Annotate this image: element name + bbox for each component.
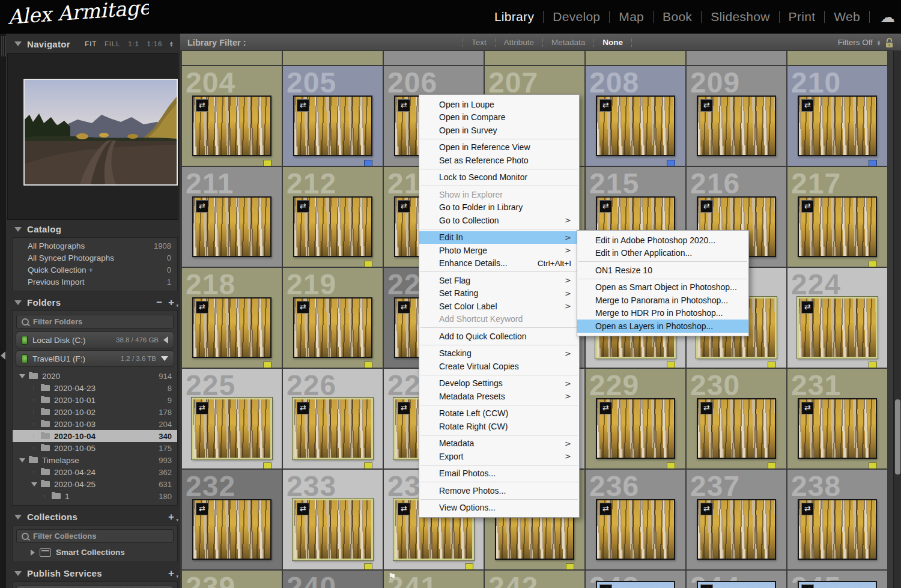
grid-cell-236[interactable]: 236⇄ — [586, 470, 685, 569]
menu-item-rotate-right-cw[interactable]: Rotate Right (CW) — [419, 420, 579, 433]
folder-row-2020-04-23[interactable]: ⁞2020-04-238 — [13, 382, 177, 394]
photo-thumbnail[interactable]: ⇄ — [293, 95, 372, 156]
module-develop[interactable]: Develop — [550, 10, 602, 24]
menu-item-go-to-collection[interactable]: Go to Collection> — [419, 214, 579, 227]
photo-thumbnail[interactable]: ⇄ — [798, 95, 877, 156]
photo-thumbnail[interactable]: ⇄ — [596, 581, 675, 588]
grid-cell-226[interactable]: 226⇄ — [283, 369, 383, 468]
menu-item-open-in-compare[interactable]: Open in Compare — [419, 111, 579, 124]
catalog-item-all-photographs[interactable]: All Photographs1908 — [13, 240, 177, 252]
photo-badge-icon[interactable]: ⇄ — [196, 99, 208, 112]
menu-item-set-flag[interactable]: Set Flag> — [419, 274, 579, 287]
menu-item-email-photos[interactable]: Email Photos... — [419, 467, 579, 480]
grid-cell-245[interactable]: 245⇄ — [787, 571, 887, 588]
module-book[interactable]: Book — [660, 10, 694, 24]
grid-cell[interactable] — [485, 51, 584, 65]
grid-cell-208[interactable]: 208⇄ — [586, 66, 685, 166]
lock-open-icon[interactable] — [885, 37, 894, 48]
color-label-chip-yellow[interactable] — [263, 362, 272, 368]
grid-cell-240[interactable]: 240 — [283, 571, 383, 588]
photo-badge-icon[interactable]: ⇄ — [700, 402, 713, 414]
photo-thumbnail[interactable]: ⇄ — [596, 95, 675, 156]
photo-badge-icon[interactable]: ⇄ — [196, 200, 208, 213]
grid-cell[interactable] — [384, 51, 484, 65]
menu-item-stacking[interactable]: Stacking> — [419, 347, 579, 360]
menu-item-view-options[interactable]: View Options... — [419, 502, 579, 515]
photo-badge-icon[interactable]: ⇄ — [297, 503, 309, 515]
menu-item-merge-to-hdr-pro-in-photoshop[interactable]: Merge to HDR Pro in Photoshop... — [577, 307, 748, 320]
photo-thumbnail[interactable]: ⇄ — [192, 499, 272, 560]
grid-cell-232[interactable]: 232⇄ — [182, 470, 282, 569]
folder-row-2020-10-04[interactable]: ⁞2020-10-04340 — [13, 430, 177, 442]
folder-row-2020-10-01[interactable]: ⁞2020-10-019 — [13, 394, 177, 406]
photo-badge-icon[interactable]: ⇄ — [801, 503, 814, 515]
photo-badge-icon[interactable]: ⇄ — [398, 200, 410, 213]
folder-row-2020-04-24[interactable]: ⁞2020-04-24362 — [13, 466, 177, 478]
menu-item-open-in-loupe[interactable]: Open in Loupe — [419, 98, 579, 111]
photo-badge-icon[interactable]: ⇄ — [297, 402, 309, 414]
folder-row-2020-10-03[interactable]: ⁞2020-10-03204 — [13, 418, 177, 430]
photo-badge-icon[interactable]: ⇄ — [801, 301, 814, 314]
photo-thumbnail[interactable]: ⇄ — [596, 398, 675, 459]
expanded-triangle-icon[interactable] — [29, 482, 38, 486]
photo-badge-icon[interactable]: ⇄ — [297, 301, 309, 314]
photo-badge-icon[interactable]: ⇄ — [398, 402, 410, 414]
grid-cell-210[interactable]: 210⇄ — [787, 66, 887, 166]
photo-thumbnail[interactable]: ⇄ — [697, 499, 776, 560]
menu-item-export[interactable]: Export> — [419, 450, 579, 463]
grid-cell-233[interactable]: 233⇄ — [283, 470, 383, 569]
publish-service-hard-drive[interactable]: Hard Drive Set Up… — [16, 586, 174, 588]
publish-services-header[interactable]: Publish Services + — [0, 566, 180, 581]
collapse-triangle-icon[interactable] — [163, 336, 168, 344]
menu-item-merge-to-panorama-in-photoshop[interactable]: Merge to Panorama in Photoshop... — [577, 294, 748, 307]
grid-cell[interactable] — [687, 51, 786, 65]
navigator-header[interactable]: Navigator FIT FILL 1:1 1:16 ▴▾ — [0, 36, 180, 52]
zoom-option-fill[interactable]: FILL — [105, 40, 120, 47]
photo-badge-icon[interactable]: ⇄ — [599, 584, 612, 588]
color-label-chip-yellow[interactable] — [869, 462, 877, 468]
photo-thumbnail[interactable]: ⇄ — [192, 95, 272, 156]
filter-tab-attribute[interactable]: Attribute — [496, 38, 542, 47]
photo-thumbnail[interactable]: ⇄ — [798, 398, 877, 459]
photo-thumbnail[interactable]: ⇄ — [293, 196, 372, 257]
grid-cell-241[interactable]: 241⚑ — [384, 571, 484, 588]
menu-item-open-as-smart-object-in-photoshop[interactable]: Open as Smart Object in Photoshop... — [577, 281, 748, 294]
filter-tab-text[interactable]: Text — [463, 38, 495, 47]
photo-thumbnail[interactable]: ⇄ — [798, 581, 877, 588]
photo-badge-icon[interactable]: ⇄ — [700, 200, 713, 213]
photo-thumbnail[interactable]: ⇄ — [797, 297, 878, 359]
catalog-item-quick-collection[interactable]: Quick Collection +0 — [13, 264, 177, 276]
menu-item-photo-merge[interactable]: Photo Merge> — [419, 244, 579, 257]
photo-badge-icon[interactable]: ⇄ — [599, 402, 612, 414]
photo-badge-icon[interactable]: ⇄ — [196, 503, 208, 515]
menu-item-edit-in[interactable]: Edit In> — [419, 231, 579, 244]
module-map[interactable]: Map — [616, 10, 646, 24]
remove-folder-icon[interactable]: − — [156, 297, 162, 309]
photo-thumbnail[interactable]: ⇄ — [697, 95, 776, 156]
menu-item-set-rating[interactable]: Set Rating> — [419, 287, 579, 300]
filter-tab-metadata[interactable]: Metadata — [543, 38, 593, 47]
zoom-option-fit[interactable]: FIT — [85, 40, 97, 47]
color-label-chip-blue[interactable] — [667, 160, 675, 166]
menu-item-lock-to-second-monitor[interactable]: Lock to Second Monitor — [419, 171, 579, 184]
color-label-chip-yellow[interactable] — [869, 261, 877, 267]
zoom-option-1-16[interactable]: 1:16 — [147, 40, 163, 47]
photo-thumbnail[interactable]: ⇄ — [293, 499, 373, 560]
color-label-chip-blue[interactable] — [364, 160, 372, 166]
grid-cell-244[interactable]: 244⇄ — [687, 571, 786, 588]
add-folder-icon[interactable]: + — [168, 297, 174, 309]
grid-cell-212[interactable]: 212⇄ — [283, 167, 383, 267]
menu-item-remove-photos[interactable]: Remove Photos... — [419, 484, 579, 497]
folder-row-2020-10-05[interactable]: ⁞2020-10-05175 — [13, 442, 177, 454]
folder-row-2020-04-25[interactable]: 2020-04-25631 — [13, 478, 177, 490]
module-web[interactable]: Web — [831, 10, 863, 24]
zoom-option-1-1[interactable]: 1:1 — [128, 40, 139, 47]
menu-item-develop-settings[interactable]: Develop Settings> — [419, 377, 579, 390]
grid-cell-209[interactable]: 209⇄ — [687, 66, 786, 166]
photo-badge-icon[interactable]: ⇄ — [599, 99, 612, 112]
photo-thumbnail[interactable]: ⇄ — [293, 398, 373, 459]
menu-item-set-color-label[interactable]: Set Color Label> — [419, 300, 579, 313]
photo-badge-icon[interactable]: ⇄ — [398, 301, 410, 314]
grid-cell-231[interactable]: 231⇄ — [787, 369, 887, 468]
module-library[interactable]: Library — [492, 10, 536, 24]
